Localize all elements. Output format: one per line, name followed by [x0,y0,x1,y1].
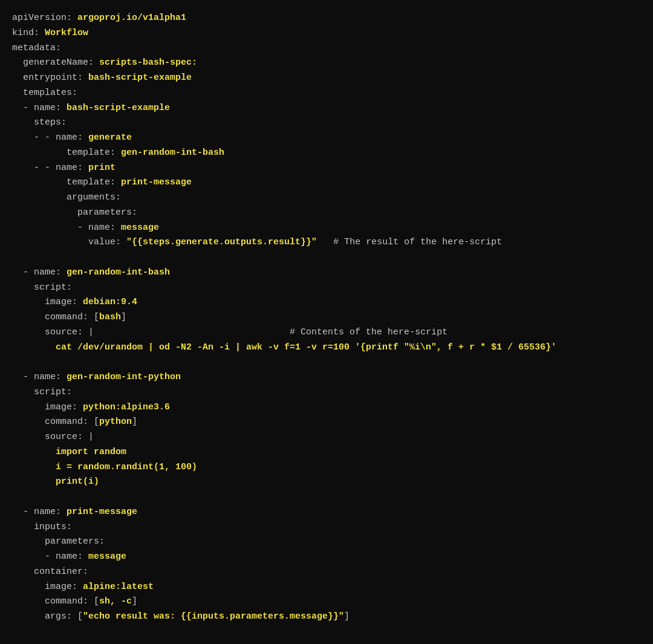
line-script-python: script: [12,387,72,397]
line-template-gen: template: gen-random-int-bash [12,148,224,158]
line-print-i: print(i) [12,476,99,487]
line-steps: steps: [12,117,67,128]
line-template-print: template: print-message [12,177,192,187]
line-command-bash: command: [bash] [12,312,126,322]
line-image-alpine: image: alpine:latest [12,582,154,592]
line-templates: templates: [12,88,77,98]
line-inputs: inputs: [12,522,72,532]
line-parameters: parameters: [12,207,137,218]
line-step-generate: - - name: generate [12,132,132,143]
line-command-python: command: [python] [12,417,137,427]
line-source-bash: source: | # Contents of the here-script [12,327,447,337]
line-source-python: source: | [12,432,94,442]
line-metadata: metadata: [12,43,61,53]
line-image-python: image: python:alpine3.6 [12,402,170,412]
line-arguments: arguments: [12,192,121,203]
line-name-grip: - name: gen-random-int-python [12,372,181,382]
line-name-bse: - name: bash-script-example [12,103,170,113]
line-inputs-params: parameters: [12,536,105,547]
line-inputs-name-msg: - name: message [12,551,126,562]
code-display: apiVersion: argoproj.io/v1alpha1 kind: W… [12,11,641,625]
line-step-print: - - name: print [12,163,115,173]
line-import-random: import random [12,447,126,457]
line-generatename: generateName: scripts-bash-spec: [12,57,197,68]
line-randint: i = random.randint(1, 100) [12,462,197,472]
line-name-pm: - name: print-message [12,507,137,517]
line-args: args: ["echo result was: {{inputs.parame… [12,611,349,622]
line-name-grib: - name: gen-random-int-bash [12,267,170,278]
line-value-template: value: "{{steps.generate.outputs.result}… [12,237,502,247]
line-image-debian: image: debian:9.4 [12,297,137,307]
line-kind: kind: Workflow [12,28,88,38]
line-apiversion: apiVersion: argoproj.io/v1alpha1 [12,13,186,23]
line-container: container: [12,567,88,577]
line-script-bash: script: [12,282,72,293]
line-command-sh: command: [sh, -c] [12,596,137,607]
line-cat-cmd: cat /dev/urandom | od -N2 -An -i | awk -… [12,342,556,353]
line-param-name-msg: - name: message [12,223,159,233]
line-entrypoint: entrypoint: bash-script-example [12,73,192,83]
